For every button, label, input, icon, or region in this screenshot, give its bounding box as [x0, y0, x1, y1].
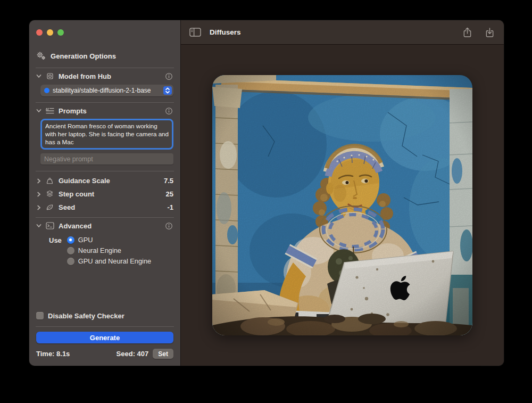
model-from-hub-label: Model from Hub [59, 72, 161, 80]
prompts-label: Prompts [59, 107, 161, 115]
chevron-right-icon[interactable] [36, 192, 41, 197]
info-icon[interactable] [165, 222, 173, 230]
titlebar: Diffusers [181, 20, 504, 45]
prompts-row[interactable]: Prompts [36, 103, 173, 119]
desktop: Generation Options Model from Hub [0, 0, 532, 403]
time-status: Time: 8.1s [36, 350, 117, 358]
checkbox-unchecked-icon[interactable] [36, 312, 44, 319]
guidance-scale-label: Guidance Scale [59, 177, 160, 185]
step-count-row[interactable]: Step count 25 [36, 187, 173, 201]
layers-stack-icon [46, 190, 54, 198]
close-button[interactable] [36, 29, 43, 36]
chevron-down-icon[interactable] [36, 108, 41, 113]
zoom-button[interactable] [57, 29, 64, 36]
sidebar: Generation Options Model from Hub [29, 20, 181, 366]
diffusers-window: Generation Options Model from Hub [29, 20, 504, 366]
radio-neural-engine-label: Neural Engine [78, 246, 121, 254]
step-count-label: Step count [59, 190, 162, 198]
set-seed-button[interactable]: Set [153, 349, 173, 359]
radio-neural-engine[interactable]: Neural Engine [67, 246, 151, 254]
updown-chevrons-icon[interactable] [163, 86, 172, 95]
chevron-right-icon[interactable] [36, 178, 41, 184]
radio-selected-icon[interactable] [67, 236, 74, 244]
negative-prompt-input[interactable] [40, 153, 173, 165]
share-icon[interactable] [463, 27, 472, 38]
generation-options-header: Generation Options [36, 52, 173, 60]
terminal-icon [46, 222, 54, 229]
chevron-right-icon[interactable] [36, 205, 41, 210]
model-status-dot [44, 88, 49, 93]
main-panel: Diffusers [181, 20, 504, 366]
sidebar-toggle-icon[interactable] [189, 28, 201, 37]
guidance-scale-row[interactable]: Guidance Scale 7.5 [36, 174, 173, 187]
generated-image [212, 75, 472, 335]
disable-safety-checker-label: Disable Safety Checker [48, 312, 124, 320]
model-from-hub-row[interactable]: Model from Hub [36, 68, 173, 84]
generation-options-title: Generation Options [51, 52, 116, 60]
model-select-value: stabilityai/stable-diffusion-2-1-base [53, 87, 160, 94]
compute-units-group: Use GPU Neural Engine GPU and Neural Eng… [49, 236, 173, 265]
radio-gpu[interactable]: GPU [67, 236, 151, 244]
divider [36, 171, 174, 171]
divider [36, 326, 174, 327]
step-count-value: 25 [166, 190, 173, 198]
window-title: Diffusers [210, 28, 241, 36]
image-canvas-area [181, 45, 504, 366]
radio-gpu-label: GPU [78, 236, 93, 244]
advanced-row[interactable]: Advanced [36, 218, 173, 234]
advanced-label: Advanced [59, 222, 161, 230]
save-image-icon[interactable] [485, 27, 494, 38]
cpu-icon [46, 72, 54, 80]
radio-gpu-and-neural-engine[interactable]: GPU and Neural Engine [67, 257, 151, 265]
radio-unselected-icon[interactable] [67, 247, 74, 254]
radio-gpu-and-neural-engine-label: GPU and Neural Engine [78, 257, 151, 265]
text-quote-icon [46, 107, 54, 114]
chevron-down-icon[interactable] [36, 73, 41, 79]
guidance-scale-value: 7.5 [164, 177, 173, 185]
prompt-input[interactable]: Ancient Roman fresco of woman working wi… [45, 122, 169, 146]
seed-label: Seed [59, 203, 163, 211]
seed-value: -1 [167, 203, 173, 211]
radio-unselected-icon[interactable] [67, 258, 74, 265]
gears-icon [36, 52, 46, 60]
prompt-input-wrapper: Ancient Roman fresco of woman working wi… [40, 119, 173, 150]
chevron-down-icon[interactable] [36, 223, 41, 228]
status-bar: Time: 8.1s Seed: 407 Set [36, 349, 173, 359]
minimize-button[interactable] [47, 29, 53, 36]
use-label: Use [49, 236, 62, 265]
info-icon[interactable] [165, 72, 173, 80]
generate-button[interactable]: Generate [36, 332, 173, 343]
disable-safety-checker-row[interactable]: Disable Safety Checker [36, 310, 173, 322]
info-icon[interactable] [165, 107, 173, 115]
scale-weight-icon [46, 177, 54, 185]
window-controls [36, 20, 173, 36]
leaf-icon [46, 203, 54, 211]
seed-row[interactable]: Seed -1 [36, 201, 173, 214]
seed-status: Seed: 407 [117, 350, 149, 358]
model-select-dropdown[interactable]: stabilityai/stable-diffusion-2-1-base [40, 85, 173, 96]
